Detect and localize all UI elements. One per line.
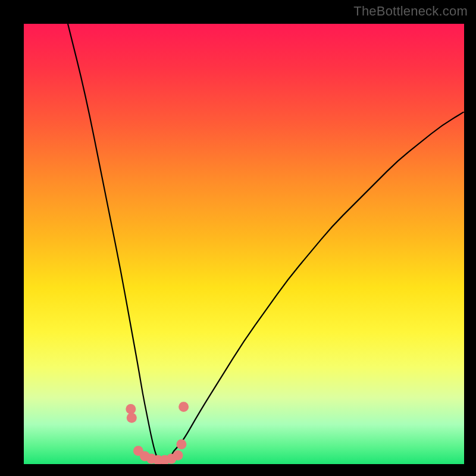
marker-dot	[127, 413, 137, 423]
marker-dot	[173, 450, 183, 461]
bottleneck-curve-path	[68, 24, 464, 464]
marker-dot	[146, 454, 156, 464]
marker-dot	[153, 455, 163, 464]
marker-dot	[166, 454, 176, 464]
marker-dot	[126, 404, 136, 414]
chart-frame: TheBottleneck.com	[0, 0, 476, 476]
bottleneck-curve-svg	[24, 24, 464, 464]
marker-dot	[133, 446, 143, 456]
marker-dot	[178, 402, 189, 412]
marker-dot	[159, 455, 170, 464]
marker-dots-group	[126, 402, 189, 464]
marker-dot	[140, 451, 150, 461]
watermark-text: TheBottleneck.com	[353, 4, 468, 19]
plot-area	[24, 24, 464, 464]
marker-dot	[176, 439, 186, 449]
